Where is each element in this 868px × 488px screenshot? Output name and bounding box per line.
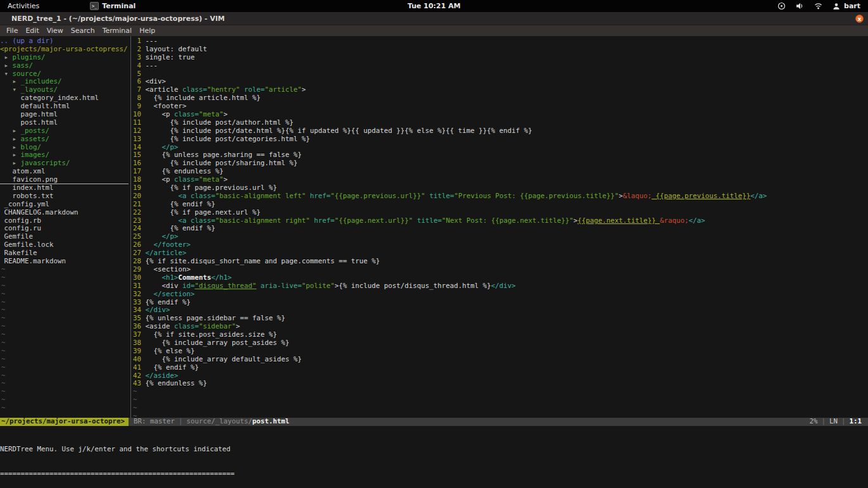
tree-item[interactable]: ▸ _posts/ bbox=[0, 127, 129, 135]
tree-item[interactable]: ▾ source/ bbox=[0, 70, 129, 78]
code-line[interactable]: 39 {% else %} bbox=[133, 347, 868, 356]
tree-item[interactable]: config.rb bbox=[0, 217, 129, 225]
code-line[interactable]: 7<article class="hentry" role="article"> bbox=[133, 86, 868, 94]
network-icon[interactable] bbox=[814, 2, 822, 10]
code-line[interactable]: 27</article> bbox=[133, 249, 868, 258]
code-line[interactable]: 1--- bbox=[133, 37, 868, 46]
code-line[interactable]: 25 </p> bbox=[133, 233, 868, 241]
tree-item[interactable]: .. (up a dir) bbox=[0, 37, 129, 46]
tree-item[interactable]: config.ru bbox=[0, 225, 129, 233]
code-line[interactable]: 35{% unless page.sidebar == false %} bbox=[133, 315, 868, 323]
tree-item[interactable]: Rakefile bbox=[0, 249, 129, 258]
activities-button[interactable]: Activities bbox=[0, 2, 47, 10]
code-line[interactable]: 5 bbox=[133, 70, 868, 78]
tree-item[interactable]: ▾ _layouts/ bbox=[0, 86, 129, 94]
code-line[interactable]: 23 <a class="basic-alignment right" href… bbox=[133, 217, 868, 225]
menu-terminal[interactable]: Terminal bbox=[99, 27, 136, 35]
menu-help[interactable]: Help bbox=[135, 27, 159, 35]
tree-item[interactable]: index.html bbox=[0, 184, 129, 192]
code-line[interactable]: 40 {% include_array default_asides %} bbox=[133, 356, 868, 364]
tree-item[interactable]: default.html bbox=[0, 103, 129, 111]
code-line[interactable]: 43{% endunless %} bbox=[133, 380, 868, 388]
tree-item[interactable]: ▸ blog/ bbox=[0, 144, 129, 152]
tree-item[interactable]: ▸ sass/ bbox=[0, 62, 129, 70]
line-number: 25 bbox=[133, 233, 141, 241]
code-line[interactable]: 10 <p class="meta"> bbox=[133, 111, 868, 119]
code-line[interactable]: 12 {% include post/date.html %}{% if upd… bbox=[133, 127, 868, 135]
code-line[interactable]: 34</div> bbox=[133, 306, 868, 315]
window-titlebar[interactable]: NERD_tree_1 - (~/projects/major-ursa-oct… bbox=[0, 12, 868, 25]
keyboard-indicator-icon[interactable] bbox=[777, 2, 786, 10]
vim-windows: .. (up a dir)<projects/major-ursa-octopr… bbox=[0, 36, 868, 418]
code-line[interactable]: 32 </section> bbox=[133, 291, 868, 299]
code-line[interactable]: 20 <a class="basic-alignment left" href=… bbox=[133, 192, 868, 201]
code-line[interactable]: 28{% if site.disqus_short_name and page.… bbox=[133, 258, 868, 266]
menu-view[interactable]: View bbox=[43, 27, 67, 35]
code-line[interactable]: 33{% endif %} bbox=[133, 299, 868, 307]
window-separator[interactable] bbox=[129, 36, 133, 418]
code-line[interactable]: 8 {% include article.html %} bbox=[133, 94, 868, 103]
tree-item[interactable]: ▸ javascripts/ bbox=[0, 160, 129, 168]
tree-item[interactable]: favicon.png bbox=[0, 176, 129, 184]
code-line[interactable]: 36<aside class="sidebar"> bbox=[133, 323, 868, 331]
tree-item[interactable]: Gemfile.lock bbox=[0, 241, 129, 249]
code-line[interactable]: 38 {% include_array post_asides %} bbox=[133, 339, 868, 347]
tree-item[interactable]: atom.xml bbox=[0, 168, 129, 176]
tree-item[interactable]: CHANGELOG.markdown bbox=[0, 209, 129, 217]
code-line[interactable]: 31 <div id="disqus_thread" aria-live="po… bbox=[133, 282, 868, 291]
clock[interactable]: Tue 10:21 AM bbox=[408, 2, 461, 10]
empty-line-tilde: ~ bbox=[133, 404, 868, 413]
tree-item-label: sass/ bbox=[13, 62, 34, 70]
code-line[interactable]: 13 {% include post/categories.html %} bbox=[133, 135, 868, 144]
tree-item[interactable]: page.html bbox=[0, 111, 129, 119]
volume-icon[interactable] bbox=[796, 2, 804, 10]
code-line[interactable]: 30 <h1>Comments</h1> bbox=[133, 274, 868, 282]
tree-item[interactable]: post.html bbox=[0, 119, 129, 127]
code-line[interactable]: 9 <footer> bbox=[133, 103, 868, 111]
user-icon bbox=[833, 3, 840, 10]
close-button[interactable]: x bbox=[855, 15, 864, 23]
tree-item[interactable]: ▸ _includes/ bbox=[0, 78, 129, 86]
code-line[interactable]: 19 {% if page.previous.url %} bbox=[133, 184, 868, 192]
tree-item[interactable]: ▸ images/ bbox=[0, 151, 129, 160]
code-line[interactable]: 21 {% endif %} bbox=[133, 201, 868, 209]
line-number: 30 bbox=[133, 274, 141, 282]
tree-item[interactable]: README.markdown bbox=[0, 258, 129, 266]
code-line[interactable]: 41 {% endif %} bbox=[133, 364, 868, 372]
code-line[interactable]: 26 </footer> bbox=[133, 241, 868, 249]
window-title: NERD_tree_1 - (~/projects/major-ursa-oct… bbox=[11, 15, 225, 23]
line-number: 15 bbox=[133, 151, 141, 160]
tree-item[interactable]: Gemfile bbox=[0, 233, 129, 241]
tree-item[interactable]: <projects/major-ursa-octopress/ bbox=[0, 46, 129, 54]
code-line[interactable]: 37 {% if site.post_asides.size %} bbox=[133, 331, 868, 339]
tree-item[interactable]: ▸ assets/ bbox=[0, 135, 129, 144]
tree-item-label: images/ bbox=[21, 151, 50, 159]
focused-app-menu[interactable]: >_ Terminal bbox=[90, 2, 135, 10]
code-line[interactable]: 14 </p> bbox=[133, 144, 868, 152]
code-line[interactable]: 18 <p class="meta"> bbox=[133, 176, 868, 184]
code-line[interactable]: 3single: true bbox=[133, 54, 868, 62]
empty-line-tilde: ~ bbox=[133, 396, 868, 404]
code-line[interactable]: 42</aside> bbox=[133, 372, 868, 380]
code-line[interactable]: 2layout: default bbox=[133, 46, 868, 54]
menu-file[interactable]: File bbox=[3, 27, 22, 35]
code-line[interactable]: 16 {% include post/sharing.html %} bbox=[133, 160, 868, 168]
tree-item[interactable]: robots.txt bbox=[0, 192, 129, 201]
tree-item[interactable]: category_index.html bbox=[0, 94, 129, 103]
line-number: 37 bbox=[133, 331, 141, 339]
user-menu[interactable]: bart bbox=[833, 2, 860, 10]
code-line[interactable]: 22 {% if page.next.url %} bbox=[133, 209, 868, 217]
code-line[interactable]: 29 <section> bbox=[133, 266, 868, 274]
code-line[interactable]: 15 {% unless page.sharing == false %} bbox=[133, 151, 868, 160]
code-line[interactable]: 17 {% endunless %} bbox=[133, 168, 868, 176]
code-line[interactable]: 4--- bbox=[133, 62, 868, 70]
code-line[interactable]: 24 {% endif %} bbox=[133, 225, 868, 233]
tree-item-label: robots.txt bbox=[13, 192, 54, 200]
tree-item[interactable]: _config.yml bbox=[0, 201, 129, 209]
code-line[interactable]: 11 {% include post/author.html %} bbox=[133, 119, 868, 127]
tree-item[interactable]: ▸ plugins/ bbox=[0, 54, 129, 62]
line-number: 3 bbox=[133, 54, 141, 62]
menu-edit[interactable]: Edit bbox=[22, 27, 42, 35]
code-line[interactable]: 6<div> bbox=[133, 78, 868, 86]
menu-search[interactable]: Search bbox=[67, 27, 99, 35]
